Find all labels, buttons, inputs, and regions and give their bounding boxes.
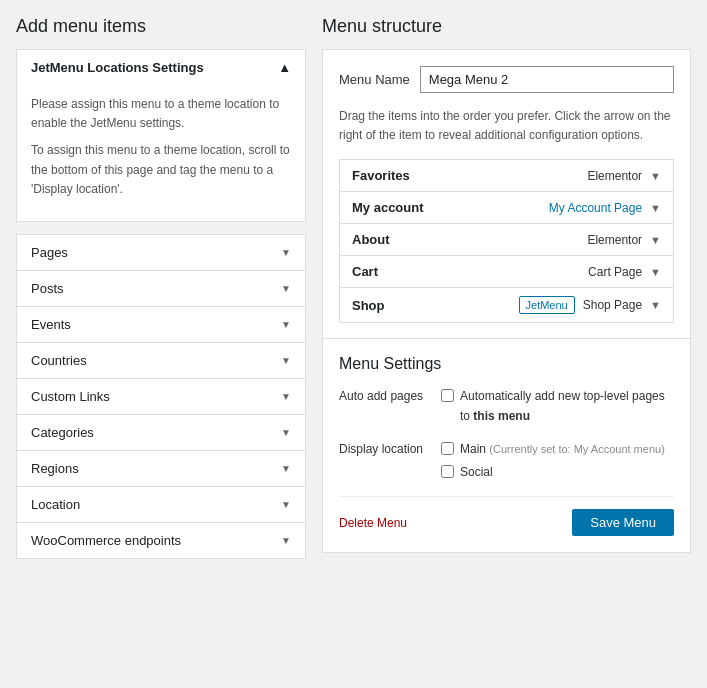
delete-menu-link[interactable]: Delete Menu bbox=[339, 516, 407, 530]
accordion-label: Location bbox=[31, 497, 80, 512]
accordion-label: Custom Links bbox=[31, 389, 110, 404]
save-menu-button[interactable]: Save Menu bbox=[572, 509, 674, 536]
accordion-label: Posts bbox=[31, 281, 64, 296]
menu-item-page: Cart Page bbox=[588, 265, 642, 279]
menu-item-favorites: Favorites Elementor ▼ bbox=[339, 159, 674, 192]
accordion-label: Pages bbox=[31, 245, 68, 260]
current-set-note: (Currently set to: My Account menu) bbox=[489, 443, 664, 455]
accordion-item-countries[interactable]: Countries ▼ bbox=[16, 342, 306, 379]
accordion-item-posts[interactable]: Posts ▼ bbox=[16, 270, 306, 307]
menu-item-right: Elementor ▼ bbox=[587, 169, 661, 183]
chevron-down-icon: ▼ bbox=[281, 499, 291, 510]
jetmenu-line1: Please assign this menu to a theme locat… bbox=[31, 95, 291, 133]
jetmenu-arrow: ▲ bbox=[278, 60, 291, 75]
location-social-text: Social bbox=[460, 463, 493, 482]
menu-item-label: Shop bbox=[352, 298, 385, 313]
right-panel: Menu structure Menu Name Drag the items … bbox=[322, 16, 691, 558]
menu-item-about: About Elementor ▼ bbox=[339, 223, 674, 256]
menu-item-label: My account bbox=[352, 200, 424, 215]
menu-item-shop: Shop JetMenu Shop Page ▼ bbox=[339, 287, 674, 323]
location-social-label[interactable]: Social bbox=[441, 463, 674, 482]
menu-item-my-account: My account My Account Page ▼ bbox=[339, 191, 674, 224]
menu-item-page: Elementor bbox=[587, 233, 642, 247]
chevron-down-icon: ▼ bbox=[281, 463, 291, 474]
menu-item-label: Favorites bbox=[352, 168, 410, 183]
menu-item-right: My Account Page ▼ bbox=[549, 201, 661, 215]
chevron-down-icon[interactable]: ▼ bbox=[650, 170, 661, 182]
chevron-down-icon[interactable]: ▼ bbox=[650, 202, 661, 214]
chevron-down-icon[interactable]: ▼ bbox=[650, 299, 661, 311]
jetmenu-line2: To assign this menu to a theme location,… bbox=[31, 141, 291, 199]
display-location-content: Main (Currently set to: My Account menu)… bbox=[441, 440, 674, 486]
menu-item-right: JetMenu Shop Page ▼ bbox=[519, 296, 661, 314]
auto-add-pages-row: Auto add pages Automatically add new top… bbox=[339, 387, 674, 429]
menu-settings-section: Menu Settings Auto add pages Automatical… bbox=[322, 339, 691, 553]
chevron-down-icon: ▼ bbox=[281, 247, 291, 258]
accordion-item-events[interactable]: Events ▼ bbox=[16, 306, 306, 343]
left-panel: Add menu items JetMenu Locations Setting… bbox=[16, 16, 306, 558]
menu-item-label: Cart bbox=[352, 264, 378, 279]
menu-item-cart: Cart Cart Page ▼ bbox=[339, 255, 674, 288]
accordion-label: Regions bbox=[31, 461, 79, 476]
chevron-down-icon: ▼ bbox=[281, 319, 291, 330]
accordion-label: WooCommerce endpoints bbox=[31, 533, 181, 548]
display-location-label: Display location bbox=[339, 440, 429, 486]
chevron-down-icon[interactable]: ▼ bbox=[650, 234, 661, 246]
accordion-label: Events bbox=[31, 317, 71, 332]
menu-name-label: Menu Name bbox=[339, 72, 410, 87]
accordion-label: Categories bbox=[31, 425, 94, 440]
accordion-label: Countries bbox=[31, 353, 87, 368]
location-main-label[interactable]: Main (Currently set to: My Account menu) bbox=[441, 440, 674, 459]
location-main-text: Main (Currently set to: My Account menu) bbox=[460, 440, 665, 459]
display-location-row: Display location Main (Currently set to:… bbox=[339, 440, 674, 486]
menu-item-page: Shop Page bbox=[583, 298, 642, 312]
auto-add-checkbox[interactable] bbox=[441, 389, 454, 402]
menu-item-label: About bbox=[352, 232, 390, 247]
left-panel-title: Add menu items bbox=[16, 16, 306, 37]
location-main-checkbox[interactable] bbox=[441, 442, 454, 455]
jetmenu-tag: JetMenu bbox=[519, 296, 575, 314]
menu-item-page: My Account Page bbox=[549, 201, 642, 215]
menu-settings-title: Menu Settings bbox=[339, 355, 674, 373]
settings-actions: Delete Menu Save Menu bbox=[339, 496, 674, 536]
drag-instruction: Drag the items into the order you prefer… bbox=[339, 107, 674, 145]
auto-add-label: Auto add pages bbox=[339, 387, 429, 429]
menu-item-page: Elementor bbox=[587, 169, 642, 183]
chevron-down-icon: ▼ bbox=[281, 535, 291, 546]
menu-structure-box: Menu Name Drag the items into the order … bbox=[322, 49, 691, 339]
chevron-down-icon: ▼ bbox=[281, 427, 291, 438]
accordion-list: Pages ▼ Posts ▼ Events ▼ bbox=[16, 234, 306, 559]
chevron-down-icon: ▼ bbox=[281, 283, 291, 294]
accordion-item-woocommerce[interactable]: WooCommerce endpoints ▼ bbox=[16, 522, 306, 559]
accordion-item-regions[interactable]: Regions ▼ bbox=[16, 450, 306, 487]
accordion-item-pages[interactable]: Pages ▼ bbox=[16, 234, 306, 271]
jetmenu-accordion[interactable]: JetMenu Locations Settings ▲ Please assi… bbox=[16, 49, 306, 222]
chevron-down-icon: ▼ bbox=[281, 355, 291, 366]
jetmenu-body: Please assign this menu to a theme locat… bbox=[17, 85, 305, 221]
menu-item-right: Elementor ▼ bbox=[587, 233, 661, 247]
accordion-item-location[interactable]: Location ▼ bbox=[16, 486, 306, 523]
jetmenu-label: JetMenu Locations Settings bbox=[31, 60, 204, 75]
accordion-item-categories[interactable]: Categories ▼ bbox=[16, 414, 306, 451]
auto-add-content: Automatically add new top-level pages to… bbox=[441, 387, 674, 429]
menu-name-row: Menu Name bbox=[339, 66, 674, 93]
accordion-item-custom-links[interactable]: Custom Links ▼ bbox=[16, 378, 306, 415]
menu-name-input[interactable] bbox=[420, 66, 674, 93]
location-social-checkbox[interactable] bbox=[441, 465, 454, 478]
chevron-down-icon[interactable]: ▼ bbox=[650, 266, 661, 278]
right-panel-title: Menu structure bbox=[322, 16, 691, 37]
menu-item-right: Cart Page ▼ bbox=[588, 265, 661, 279]
auto-add-checkbox-label[interactable]: Automatically add new top-level pages to… bbox=[441, 387, 674, 425]
auto-add-text: Automatically add new top-level pages to… bbox=[460, 387, 674, 425]
chevron-down-icon: ▼ bbox=[281, 391, 291, 402]
jetmenu-header[interactable]: JetMenu Locations Settings ▲ bbox=[17, 50, 305, 85]
